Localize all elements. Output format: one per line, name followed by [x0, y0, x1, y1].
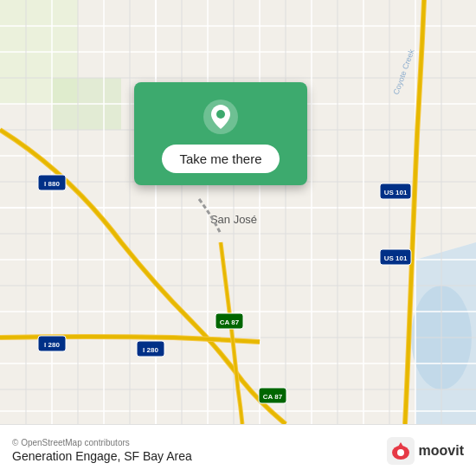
svg-text:I 280: I 280 [44, 341, 60, 349]
moovit-text: moovit [419, 443, 464, 459]
location-card: Take me there [134, 82, 307, 185]
svg-point-55 [216, 110, 225, 119]
take-me-there-button[interactable]: Take me there [162, 145, 279, 173]
moovit-icon [387, 437, 415, 465]
attribution-text: © OpenStreetMap contributors [12, 438, 192, 447]
location-title: Generation Engage, SF Bay Area [12, 449, 192, 463]
map-roads: San José I 880 I 280 I 280 CA 87 CA 87 U… [0, 0, 476, 424]
svg-text:I 880: I 880 [44, 180, 60, 188]
bottom-left-info: © OpenStreetMap contributors Generation … [12, 438, 192, 463]
bottom-bar: © OpenStreetMap contributors Generation … [0, 424, 476, 476]
svg-text:CA 87: CA 87 [220, 318, 240, 326]
svg-text:US 101: US 101 [384, 189, 408, 196]
location-pin-icon [202, 98, 240, 136]
svg-text:San José: San José [210, 213, 257, 226]
map-container: San José I 880 I 280 I 280 CA 87 CA 87 U… [0, 0, 476, 424]
svg-point-59 [397, 449, 404, 456]
svg-text:CA 87: CA 87 [263, 393, 283, 401]
svg-text:US 101: US 101 [384, 254, 408, 262]
svg-text:I 280: I 280 [143, 346, 158, 354]
moovit-logo: moovit [387, 437, 464, 465]
